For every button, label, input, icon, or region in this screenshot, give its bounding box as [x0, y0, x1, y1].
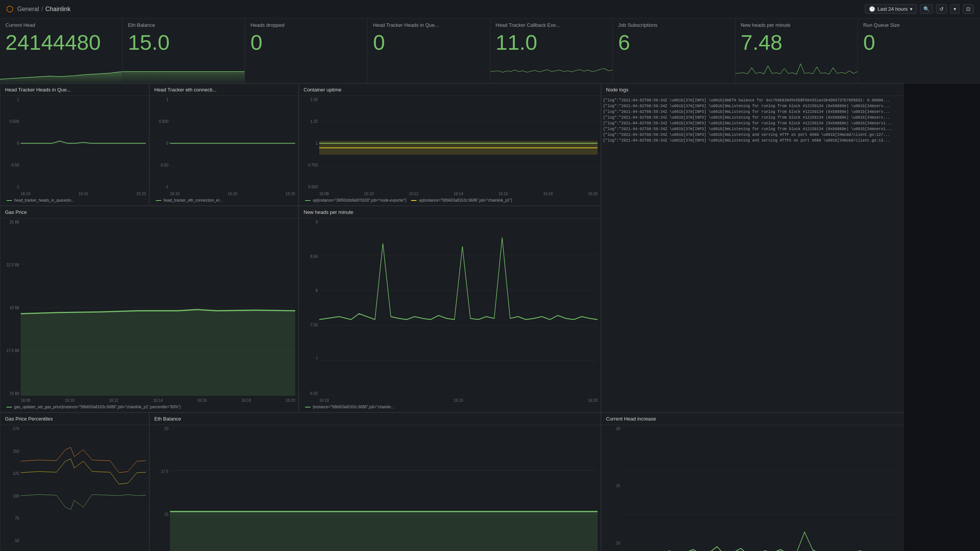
stat-panel-new-heads-per-minute: New heads per minute 7.48 [735, 18, 858, 83]
chart-area-head-tracker-heads: 1 0.500 0 -0.50 -1 16:10 16:15 [3, 98, 146, 197]
panel-current-head-increase: Current Head increase 20 15 10 5 [601, 412, 903, 551]
legend-dot-uptime-green [305, 200, 310, 201]
x-axis-head-tracker-heads: 16:10 16:15 16:20 [21, 191, 146, 197]
y-axis-container-uptime: 1.50 1.25 1 0.750 0.500 [302, 98, 319, 189]
panel-title-head-tracker-heads: Head Tracker Heads in Que... [0, 84, 149, 96]
panel-eth-balance: Eth Balance 20 17.5 15 12.5 10 [149, 412, 601, 551]
legend-dot-new-heads-pm [305, 407, 310, 408]
legend-head-tracker-heads: head_tracker_heads_in_queue(in... [3, 197, 146, 204]
chart-area-current-head-increase: 20 15 10 5 16:10 [604, 427, 900, 551]
svg-marker-17 [21, 310, 295, 396]
stat-value-heads-dropped: 0 [250, 32, 362, 53]
chart-inner-eth-balance [170, 427, 598, 551]
legend-new-heads-pm: {instance="58b603a8163c:6686",job="chain… [302, 403, 598, 411]
breadcrumb-separator: / [41, 6, 43, 13]
legend-dot-gas-price [7, 407, 12, 408]
panel-content-head-tracker-heads: 1 0.500 0 -0.50 -1 16:10 16:15 [0, 96, 149, 205]
log-line-2: {"log":"2021-04-02T08:59:34Z \u001b[37m[… [603, 109, 902, 115]
tv-mode-button[interactable]: ⊡ [963, 4, 974, 14]
y-axis-current-head-increase: 20 15 10 5 [604, 427, 622, 551]
legend-label-head-tracker: head_tracker_heads_in_queue(in... [14, 198, 74, 202]
chart-inner-gas-price-percentiles [21, 427, 146, 551]
legend-head-tracker-eth: head_tracker_eth_connection_er... [153, 197, 295, 204]
stat-title-run-queue-size: Run Queue Size [863, 22, 975, 28]
x-axis-container-uptime: 16:08 16:10 16:12 16:14 16:16 16:18 16:2… [319, 191, 598, 197]
stat-title-job-subscriptions: Job Subscriptions [618, 22, 730, 28]
stat-value-job-subscriptions: 6 [618, 32, 730, 53]
chart-inner-head-tracker-heads [21, 98, 146, 189]
grafana-icon: ⬡ [6, 4, 13, 14]
log-line-3: {"log":"2021-04-02T08:59:34Z \u001b[37m[… [603, 115, 902, 121]
x-axis-new-heads-pm: 16:10 16:15 16:20 [319, 398, 598, 403]
y-axis-gas-price-percentiles: 175 150 125 100 75 50 25 0 [3, 427, 21, 551]
stat-title-head-tracker-callback: Head Tracker Callback Exe... [496, 22, 607, 28]
topbar: ⬡ General / Chainlink 🕐 Last 24 hours ▾ … [0, 0, 980, 18]
legend-label-uptime-yellow: up{instance="58b603a8163c:6686",job="cha… [419, 198, 512, 202]
log-line-0: {"log":"2021-04-02T08:59:34Z \u001b[37m[… [603, 98, 902, 103]
chart-inner-new-heads-pm [319, 220, 598, 396]
time-range-button[interactable]: 🕐 Last 24 hours ▾ [865, 4, 917, 14]
svg-marker-38 [170, 512, 598, 551]
stat-value-eth-balance: 15.0 [128, 32, 239, 53]
panel-content-new-heads-pm: 9 8.50 8 7.50 7 6.50 [299, 218, 601, 412]
log-line-4: {"log":"2021-04-02T08:59:34Z \u001b[37m[… [603, 121, 902, 126]
chart-inner-current-head-increase [622, 427, 900, 551]
panel-title-current-head-increase: Current Head increase [601, 413, 903, 425]
panel-title-eth-balance-chart: Eth Balance [150, 413, 601, 425]
main-grid: Head Tracker Heads in Que... 1 0.500 0 -… [0, 83, 980, 551]
log-line-1: {"log":"2021-04-02T08:59:34Z \u001b[37m[… [603, 103, 902, 109]
stat-value-head-tracker-callback: 11.0 [496, 32, 607, 53]
stat-chart-current-head [0, 60, 122, 83]
zoom-out-button[interactable]: 🔍 [920, 4, 933, 14]
stat-panel-head-tracker-queue: Head Tracker Heads in Que... 0 [368, 18, 490, 83]
panel-content-container-uptime: 1.50 1.25 1 0.750 0.500 [299, 96, 601, 205]
panel-content-head-tracker-eth: 1 0.500 0 -0.50 -1 16:10 16:15 [150, 96, 298, 205]
panel-content-current-head-increase: 20 15 10 5 16:10 [601, 425, 903, 551]
nav-general[interactable]: General [17, 6, 39, 13]
stat-panel-job-subscriptions: Job Subscriptions 6 [613, 18, 735, 83]
stat-value-run-queue-size: 0 [863, 32, 975, 53]
legend-label-uptime-green: up{instance="36f93cbb9a5f:9100",job="nod… [313, 198, 407, 202]
y-axis-eth-balance: 20 17.5 15 12.5 10 [153, 427, 170, 551]
panel-container-uptime: Container uptime 1.50 1.25 1 0.750 0.500 [299, 83, 601, 206]
chart-inner-container-uptime [319, 98, 598, 189]
stat-panel-heads-dropped: Heads dropped 0 [245, 18, 368, 83]
y-axis-head-tracker-heads: 1 0.500 0 -0.50 -1 [3, 98, 21, 189]
chart-area-container-uptime: 1.50 1.25 1 0.750 0.500 [302, 98, 598, 197]
nav-chainlink[interactable]: Chainlink [45, 6, 70, 13]
y-axis-head-tracker-eth: 1 0.500 0 -0.50 -1 [153, 98, 170, 189]
stat-panel-run-queue-size: Run Queue Size 0 [858, 18, 980, 83]
stat-chart-head-tracker-callback [490, 60, 612, 83]
panel-gas-price-percentiles: Gas Price Percentiles 175 150 125 100 75… [0, 412, 149, 551]
stat-panel-head-tracker-callback: Head Tracker Callback Exe... 11.0 [490, 18, 613, 83]
stat-value-head-tracker-queue: 0 [373, 32, 484, 53]
panel-new-heads-pm: New heads per minute 9 8.50 8 7.50 7 6.5… [299, 206, 601, 412]
stats-row: Current Head 24144480 Eth-Balance 15.0 [0, 18, 980, 83]
panel-head-tracker-eth: Head Tracker eth connecti... 1 0.500 0 -… [149, 83, 299, 206]
refresh-button[interactable]: ↺ [936, 4, 947, 14]
panel-content-eth-balance: 20 17.5 15 12.5 10 [150, 425, 601, 551]
chart-area-gas-price-percentiles: 175 150 125 100 75 50 25 0 [3, 427, 146, 551]
panel-title-new-heads-pm: New heads per minute [299, 206, 601, 218]
legend-label-head-tracker-eth: head_tracker_eth_connection_er... [163, 198, 222, 202]
svg-marker-1 [122, 72, 245, 83]
chart-area-new-heads-pm: 9 8.50 8 7.50 7 6.50 [302, 220, 598, 403]
topbar-left: ⬡ General / Chainlink [6, 4, 70, 14]
stat-value-new-heads-per-minute: 7.48 [741, 32, 852, 53]
stat-title-eth-balance: Eth-Balance [128, 22, 239, 28]
topbar-right: 🕐 Last 24 hours ▾ 🔍 ↺ ▾ ⊡ [865, 4, 974, 14]
panel-title-gas-price: Gas Price [0, 206, 298, 218]
chevron-down-icon: ▾ [910, 6, 913, 12]
stat-panel-eth-balance: Eth-Balance 15.0 [122, 18, 245, 83]
chart-inner-head-tracker-eth [170, 98, 295, 189]
legend-label-new-heads-pm: {instance="58b603a8163c:6686",job="chain… [313, 405, 394, 409]
chart-area-gas-price: 25 Bil 22.5 Bil 20 Bil 17.5 Bil 15 Bil [3, 220, 295, 403]
panel-title-head-tracker-eth: Head Tracker eth connecti... [150, 84, 298, 96]
legend-container-uptime: up{instance="36f93cbb9a5f:9100",job="nod… [302, 197, 598, 204]
y-axis-new-heads-pm: 9 8.50 8 7.50 7 6.50 [302, 220, 319, 396]
legend-dot-head-tracker-eth [156, 200, 161, 201]
stat-title-head-tracker-queue: Head Tracker Heads in Que... [373, 22, 484, 28]
chart-area-head-tracker-eth: 1 0.500 0 -0.50 -1 16:10 16:15 [153, 98, 295, 197]
more-button[interactable]: ▾ [950, 4, 960, 14]
stat-value-current-head: 24144480 [5, 32, 117, 53]
